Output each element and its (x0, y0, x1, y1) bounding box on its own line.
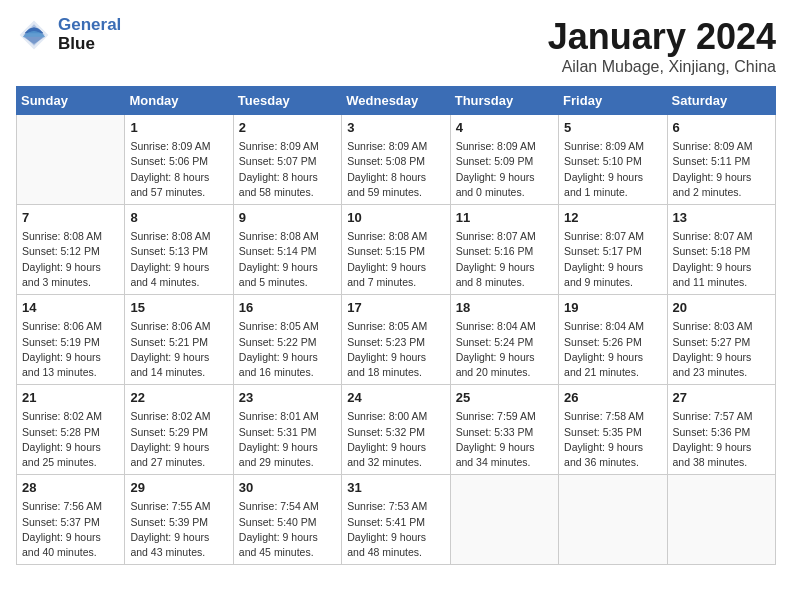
col-tuesday: Tuesday (233, 87, 341, 115)
day-info: Sunrise: 8:06 AMSunset: 5:19 PMDaylight:… (22, 319, 119, 380)
day-info: Sunrise: 8:08 AMSunset: 5:14 PMDaylight:… (239, 229, 336, 290)
calendar-header-row: Sunday Monday Tuesday Wednesday Thursday… (17, 87, 776, 115)
table-row: 25 Sunrise: 7:59 AMSunset: 5:33 PMDaylig… (450, 385, 558, 475)
table-row: 30 Sunrise: 7:54 AMSunset: 5:40 PMDaylig… (233, 475, 341, 565)
table-row: 26 Sunrise: 7:58 AMSunset: 5:35 PMDaylig… (559, 385, 667, 475)
day-info: Sunrise: 8:02 AMSunset: 5:29 PMDaylight:… (130, 409, 227, 470)
day-info: Sunrise: 7:59 AMSunset: 5:33 PMDaylight:… (456, 409, 553, 470)
table-row: 3 Sunrise: 8:09 AMSunset: 5:08 PMDayligh… (342, 115, 450, 205)
table-row: 24 Sunrise: 8:00 AMSunset: 5:32 PMDaylig… (342, 385, 450, 475)
day-info: Sunrise: 8:09 AMSunset: 5:07 PMDaylight:… (239, 139, 336, 200)
table-row (667, 475, 775, 565)
day-info: Sunrise: 8:07 AMSunset: 5:16 PMDaylight:… (456, 229, 553, 290)
day-info: Sunrise: 8:09 AMSunset: 5:11 PMDaylight:… (673, 139, 770, 200)
day-number: 16 (239, 299, 336, 317)
day-info: Sunrise: 8:00 AMSunset: 5:32 PMDaylight:… (347, 409, 444, 470)
table-row: 14 Sunrise: 8:06 AMSunset: 5:19 PMDaylig… (17, 295, 125, 385)
logo-icon (16, 17, 52, 53)
table-row: 18 Sunrise: 8:04 AMSunset: 5:24 PMDaylig… (450, 295, 558, 385)
logo-text: General Blue (58, 16, 121, 53)
col-wednesday: Wednesday (342, 87, 450, 115)
day-info: Sunrise: 7:58 AMSunset: 5:35 PMDaylight:… (564, 409, 661, 470)
day-info: Sunrise: 8:09 AMSunset: 5:08 PMDaylight:… (347, 139, 444, 200)
table-row (450, 475, 558, 565)
table-row: 1 Sunrise: 8:09 AMSunset: 5:06 PMDayligh… (125, 115, 233, 205)
day-number: 25 (456, 389, 553, 407)
day-number: 9 (239, 209, 336, 227)
day-number: 26 (564, 389, 661, 407)
day-info: Sunrise: 8:07 AMSunset: 5:18 PMDaylight:… (673, 229, 770, 290)
day-info: Sunrise: 7:55 AMSunset: 5:39 PMDaylight:… (130, 499, 227, 560)
calendar-subtitle: Ailan Mubage, Xinjiang, China (548, 58, 776, 76)
table-row: 5 Sunrise: 8:09 AMSunset: 5:10 PMDayligh… (559, 115, 667, 205)
table-row: 6 Sunrise: 8:09 AMSunset: 5:11 PMDayligh… (667, 115, 775, 205)
table-row: 15 Sunrise: 8:06 AMSunset: 5:21 PMDaylig… (125, 295, 233, 385)
day-number: 30 (239, 479, 336, 497)
table-row: 11 Sunrise: 8:07 AMSunset: 5:16 PMDaylig… (450, 205, 558, 295)
table-row: 27 Sunrise: 7:57 AMSunset: 5:36 PMDaylig… (667, 385, 775, 475)
day-info: Sunrise: 7:53 AMSunset: 5:41 PMDaylight:… (347, 499, 444, 560)
title-area: January 2024 Ailan Mubage, Xinjiang, Chi… (548, 16, 776, 76)
table-row: 28 Sunrise: 7:56 AMSunset: 5:37 PMDaylig… (17, 475, 125, 565)
day-info: Sunrise: 8:09 AMSunset: 5:06 PMDaylight:… (130, 139, 227, 200)
day-number: 24 (347, 389, 444, 407)
day-info: Sunrise: 8:01 AMSunset: 5:31 PMDaylight:… (239, 409, 336, 470)
day-number: 31 (347, 479, 444, 497)
calendar-week-row: 28 Sunrise: 7:56 AMSunset: 5:37 PMDaylig… (17, 475, 776, 565)
day-info: Sunrise: 8:08 AMSunset: 5:15 PMDaylight:… (347, 229, 444, 290)
day-number: 11 (456, 209, 553, 227)
day-info: Sunrise: 7:56 AMSunset: 5:37 PMDaylight:… (22, 499, 119, 560)
table-row: 12 Sunrise: 8:07 AMSunset: 5:17 PMDaylig… (559, 205, 667, 295)
day-number: 21 (22, 389, 119, 407)
day-number: 29 (130, 479, 227, 497)
table-row: 19 Sunrise: 8:04 AMSunset: 5:26 PMDaylig… (559, 295, 667, 385)
day-number: 17 (347, 299, 444, 317)
table-row: 4 Sunrise: 8:09 AMSunset: 5:09 PMDayligh… (450, 115, 558, 205)
day-number: 1 (130, 119, 227, 137)
day-number: 7 (22, 209, 119, 227)
day-info: Sunrise: 8:06 AMSunset: 5:21 PMDaylight:… (130, 319, 227, 380)
table-row: 16 Sunrise: 8:05 AMSunset: 5:22 PMDaylig… (233, 295, 341, 385)
table-row: 29 Sunrise: 7:55 AMSunset: 5:39 PMDaylig… (125, 475, 233, 565)
day-number: 3 (347, 119, 444, 137)
day-number: 28 (22, 479, 119, 497)
calendar-week-row: 21 Sunrise: 8:02 AMSunset: 5:28 PMDaylig… (17, 385, 776, 475)
header: General Blue January 2024 Ailan Mubage, … (16, 16, 776, 76)
table-row: 2 Sunrise: 8:09 AMSunset: 5:07 PMDayligh… (233, 115, 341, 205)
day-number: 8 (130, 209, 227, 227)
day-info: Sunrise: 7:57 AMSunset: 5:36 PMDaylight:… (673, 409, 770, 470)
day-number: 22 (130, 389, 227, 407)
day-number: 10 (347, 209, 444, 227)
table-row: 9 Sunrise: 8:08 AMSunset: 5:14 PMDayligh… (233, 205, 341, 295)
table-row: 21 Sunrise: 8:02 AMSunset: 5:28 PMDaylig… (17, 385, 125, 475)
table-row: 8 Sunrise: 8:08 AMSunset: 5:13 PMDayligh… (125, 205, 233, 295)
day-number: 2 (239, 119, 336, 137)
col-friday: Friday (559, 87, 667, 115)
day-number: 27 (673, 389, 770, 407)
table-row: 20 Sunrise: 8:03 AMSunset: 5:27 PMDaylig… (667, 295, 775, 385)
day-number: 15 (130, 299, 227, 317)
col-sunday: Sunday (17, 87, 125, 115)
day-number: 4 (456, 119, 553, 137)
calendar-week-row: 1 Sunrise: 8:09 AMSunset: 5:06 PMDayligh… (17, 115, 776, 205)
table-row (17, 115, 125, 205)
day-number: 18 (456, 299, 553, 317)
col-thursday: Thursday (450, 87, 558, 115)
day-info: Sunrise: 8:07 AMSunset: 5:17 PMDaylight:… (564, 229, 661, 290)
logo: General Blue (16, 16, 121, 53)
day-number: 23 (239, 389, 336, 407)
day-number: 19 (564, 299, 661, 317)
day-info: Sunrise: 8:09 AMSunset: 5:09 PMDaylight:… (456, 139, 553, 200)
day-number: 12 (564, 209, 661, 227)
day-info: Sunrise: 8:03 AMSunset: 5:27 PMDaylight:… (673, 319, 770, 380)
calendar-table: Sunday Monday Tuesday Wednesday Thursday… (16, 86, 776, 565)
col-monday: Monday (125, 87, 233, 115)
table-row: 17 Sunrise: 8:05 AMSunset: 5:23 PMDaylig… (342, 295, 450, 385)
calendar-week-row: 14 Sunrise: 8:06 AMSunset: 5:19 PMDaylig… (17, 295, 776, 385)
day-info: Sunrise: 8:05 AMSunset: 5:22 PMDaylight:… (239, 319, 336, 380)
day-number: 13 (673, 209, 770, 227)
day-info: Sunrise: 8:04 AMSunset: 5:26 PMDaylight:… (564, 319, 661, 380)
day-number: 14 (22, 299, 119, 317)
table-row: 13 Sunrise: 8:07 AMSunset: 5:18 PMDaylig… (667, 205, 775, 295)
day-number: 6 (673, 119, 770, 137)
